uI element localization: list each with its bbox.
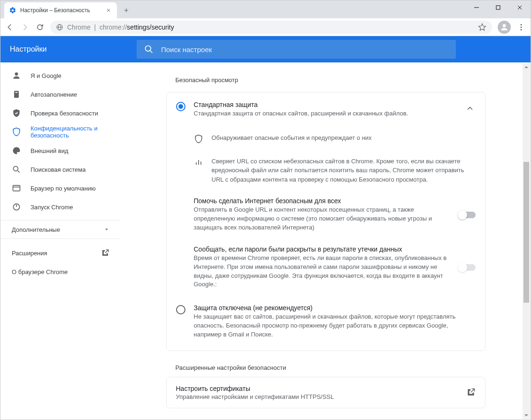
toggle-subtitle: Отправлять в Google URL и контент некото… xyxy=(194,206,450,232)
tab-strip: Настройки – Безопасность xyxy=(0,0,531,18)
scroll-down-icon[interactable] xyxy=(523,412,530,419)
url-display: Chrome | chrome://settings/security xyxy=(67,23,474,31)
sidebar-link-label: О браузере Chrome xyxy=(12,268,68,275)
sidebar-item-label: Внешний вид xyxy=(31,147,69,154)
toggle-help-improve: Помочь сделать Интернет безопасным для в… xyxy=(167,191,485,239)
detail-text: Обнаруживает опасные события и предупреж… xyxy=(212,133,476,144)
link-subtitle: Управление настройками и сертификатами H… xyxy=(176,393,458,400)
window-maximize-button[interactable] xyxy=(487,0,509,15)
profile-avatar-button[interactable] xyxy=(498,21,511,34)
browser-window: Настройки – Безопасность Chrome | chrome… xyxy=(0,0,531,420)
sidebar-item-label: Запуск Chrome xyxy=(31,204,73,211)
sidebar-item-default-browser[interactable]: Браузер по умолчанию xyxy=(0,179,121,198)
sidebar-item-search-engine[interactable]: Поисковая система xyxy=(0,160,121,179)
sidebar-link-label: Расширения xyxy=(12,250,47,257)
sidebar-advanced-toggle[interactable]: Дополнительные xyxy=(0,220,121,239)
browser-toolbar: Chrome | chrome://settings/security xyxy=(0,18,531,36)
scroll-up-icon[interactable] xyxy=(523,63,530,71)
manage-certificates-row[interactable]: Настроить сертификаты Управление настрой… xyxy=(166,377,485,408)
tab-title: Настройки – Безопасность xyxy=(20,7,101,14)
link-title: Настроить сертификаты xyxy=(176,385,458,392)
settings-search-input[interactable] xyxy=(160,45,448,54)
browser-menu-button[interactable] xyxy=(515,21,528,34)
autofill-icon xyxy=(12,90,21,99)
svg-point-6 xyxy=(521,29,522,30)
settings-sidebar: Я и Google Автозаполнение Проверка безоп… xyxy=(0,62,121,420)
tab-close-icon[interactable] xyxy=(105,7,112,14)
search-icon xyxy=(12,165,21,174)
toggle-switch[interactable] xyxy=(459,212,476,218)
sidebar-item-label: Я и Google xyxy=(31,72,62,79)
radio-standard-protection[interactable]: Стандартная защита Стандартная защита от… xyxy=(167,92,485,127)
detail-text: Сверяет URL со списком небезопасных сайт… xyxy=(212,157,476,184)
svg-point-11 xyxy=(13,166,18,171)
sidebar-item-label: Браузер по умолчанию xyxy=(31,185,96,192)
svg-point-4 xyxy=(521,24,522,25)
collapse-button[interactable] xyxy=(464,103,476,114)
shield-check-icon xyxy=(12,108,21,118)
toggle-title: Сообщать, если пароли были раскрыты в ре… xyxy=(194,245,450,253)
toggle-switch[interactable] xyxy=(459,264,476,271)
shield-icon xyxy=(12,127,21,137)
radio-no-protection[interactable]: Защита отключена (не рекомендуется) Не з… xyxy=(167,296,485,351)
chevron-down-icon xyxy=(104,227,109,232)
sidebar-item-autofill[interactable]: Автозаполнение xyxy=(0,85,121,104)
sidebar-item-privacy-security[interactable]: Конфиденциальность и безопасность xyxy=(0,122,121,141)
browser-icon xyxy=(12,183,21,193)
site-info-icon[interactable] xyxy=(56,23,63,31)
sidebar-item-label: Автозаполнение xyxy=(31,91,77,98)
svg-point-3 xyxy=(503,24,506,27)
new-tab-button[interactable] xyxy=(120,4,133,17)
section-safe-browsing-title: Безопасный просмотр xyxy=(166,67,485,92)
sidebar-about-link[interactable]: О браузере Chrome xyxy=(0,262,121,281)
forward-button[interactable] xyxy=(18,21,31,34)
bookmark-star-icon[interactable] xyxy=(478,23,486,31)
window-close-button[interactable] xyxy=(509,0,531,15)
standard-protection-details: Обнаруживает опасные события и предупреж… xyxy=(167,127,485,191)
search-icon xyxy=(144,45,154,54)
person-icon xyxy=(12,71,21,80)
svg-point-5 xyxy=(521,26,522,28)
open-in-new-icon xyxy=(101,249,109,257)
radio-title: Стандартная защита xyxy=(194,101,456,108)
settings-body: Я и Google Автозаполнение Проверка безоп… xyxy=(0,62,531,420)
radio-subtitle: Не защищает вас от сайтов, расширений и … xyxy=(194,313,476,339)
safe-browsing-card: Стандартная защита Стандартная защита от… xyxy=(166,92,485,351)
open-in-new-icon xyxy=(466,388,476,397)
radio-subtitle: Стандартная защита от опасных сайтов, ра… xyxy=(194,109,456,118)
window-controls xyxy=(466,0,531,15)
sidebar-item-on-startup[interactable]: Запуск Chrome xyxy=(0,198,121,216)
shield-icon xyxy=(194,134,203,144)
radio-icon xyxy=(176,102,185,111)
palette-icon xyxy=(12,146,21,155)
sidebar-item-label: Конфиденциальность и безопасность xyxy=(31,125,109,139)
gear-icon xyxy=(9,7,16,14)
radio-icon xyxy=(176,305,185,314)
sidebar-item-label: Проверка безопасности xyxy=(31,110,98,117)
bar-chart-icon xyxy=(194,158,203,167)
sidebar-item-safety-check[interactable]: Проверка безопасности xyxy=(0,104,121,122)
sidebar-item-you-and-google[interactable]: Я и Google xyxy=(0,66,121,85)
sidebar-extensions-link[interactable]: Расширения xyxy=(0,244,121,262)
svg-rect-12 xyxy=(13,185,20,191)
sidebar-item-appearance[interactable]: Внешний вид xyxy=(0,141,121,160)
svg-rect-10 xyxy=(15,92,18,93)
toggle-subtitle: Время от времени Chrome проверяет, есть … xyxy=(194,254,450,289)
radio-title: Защита отключена (не рекомендуется) xyxy=(194,304,476,312)
window-minimize-button[interactable] xyxy=(466,0,487,15)
settings-title: Настройки xyxy=(10,45,137,53)
browser-tab[interactable]: Настройки – Безопасность xyxy=(4,2,117,18)
scroll-thumb[interactable] xyxy=(523,162,529,303)
sidebar-advanced-label: Дополнительные xyxy=(12,226,60,233)
settings-header: Настройки xyxy=(0,36,531,62)
svg-point-8 xyxy=(15,72,18,76)
settings-main-panel[interactable]: Безопасный просмотр Стандартная защита С… xyxy=(121,62,531,420)
reload-button[interactable] xyxy=(33,21,46,34)
section-advanced-title: Расширенные настройки безопасности xyxy=(166,351,485,377)
svg-point-7 xyxy=(146,46,151,52)
address-bar[interactable]: Chrome | chrome://settings/security xyxy=(50,21,492,34)
back-button[interactable] xyxy=(3,21,16,34)
svg-rect-0 xyxy=(496,6,500,9)
page-scrollbar[interactable] xyxy=(523,63,530,419)
settings-search[interactable] xyxy=(137,40,456,59)
